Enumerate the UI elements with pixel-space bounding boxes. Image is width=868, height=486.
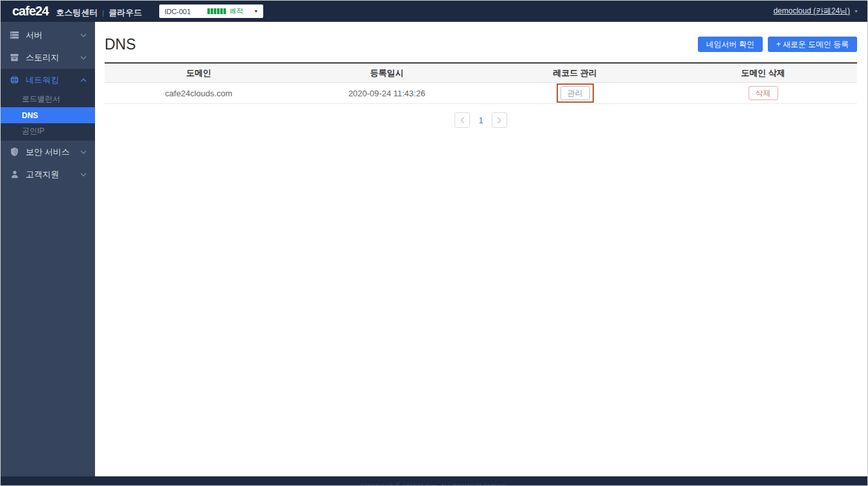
idc-selector[interactable]: IDC-001 쾌적 ▼ — [159, 4, 263, 18]
sidebar-item-label: 고객지원 — [26, 169, 80, 180]
chevron-left-icon — [460, 117, 465, 124]
cafe24-cloud-console: cafe24 호스팅센터 | 클라우드 IDC-001 쾌적 ▼ democlo… — [0, 0, 868, 486]
server-icon — [9, 30, 20, 40]
sidebar-item-loadbalancer[interactable]: 로드밸런서 — [1, 91, 95, 107]
main-content: DNS 네임서버 확인 + 새로운 도메인 등록 도메인 등록일시 레코드 관리… — [95, 22, 867, 476]
brand-separator: | — [102, 9, 104, 17]
registered-at-cell: 2020-09-24 11:43:26 — [293, 89, 481, 98]
chevron-down-icon — [80, 173, 87, 177]
service-label: 호스팅센터 — [56, 7, 98, 19]
sidebar-item-public-ip[interactable]: 공인IP — [1, 123, 95, 139]
person-icon — [9, 169, 20, 179]
sidebar-item-label: 보안 서비스 — [26, 146, 80, 158]
idc-value: IDC-001 — [164, 8, 191, 15]
status-label: 쾌적 — [229, 6, 243, 16]
chevron-down-icon — [80, 33, 87, 37]
topbar: cafe24 호스팅센터 | 클라우드 IDC-001 쾌적 ▼ democlo… — [1, 1, 867, 22]
chevron-right-icon — [497, 117, 501, 124]
delete-button[interactable]: 삭제 — [749, 86, 778, 100]
register-domain-button[interactable]: + 새로운 도메인 등록 — [768, 37, 857, 52]
sidebar-item-server[interactable]: 서버 — [1, 24, 95, 46]
column-header-registered: 등록일시 — [293, 67, 481, 79]
column-header-domain: 도메인 — [105, 67, 293, 79]
sidebar-item-support[interactable]: 고객지원 — [1, 163, 95, 186]
table-header-row: 도메인 등록일시 레코드 관리 도메인 삭제 — [105, 64, 857, 83]
product-label: 클라우드 — [108, 7, 142, 19]
table-row: cafe24clouds.com 2020-09-24 11:43:26 관리 … — [105, 83, 857, 104]
chevron-down-icon: ▼ — [854, 9, 858, 13]
domain-delete-cell: 삭제 — [669, 86, 857, 100]
cafe24-logo[interactable]: cafe24 — [12, 4, 48, 17]
domain-cell: cafe24clouds.com — [105, 89, 293, 98]
manage-button-highlight: 관리 — [557, 83, 594, 103]
chevron-down-icon — [80, 56, 87, 60]
prev-page-button[interactable] — [455, 112, 470, 128]
manage-button[interactable]: 관리 — [560, 86, 590, 100]
shield-icon — [9, 147, 20, 157]
nameserver-check-button[interactable]: 네임서버 확인 — [698, 37, 763, 52]
globe-icon — [9, 75, 20, 85]
sidebar-item-dns[interactable]: DNS — [1, 107, 95, 123]
chevron-down-icon — [80, 150, 87, 154]
sidebar-item-label: 네트워킹 — [26, 74, 80, 86]
next-page-button[interactable] — [492, 112, 507, 128]
current-page[interactable]: 1 — [476, 116, 485, 125]
sidebar: 서버 스토리지 네트워킹 로드밸런서 — [1, 22, 95, 476]
domain-table: 도메인 등록일시 레코드 관리 도메인 삭제 cafe24clouds.com … — [105, 62, 857, 104]
account-name: democloud (카페24님) — [774, 6, 850, 17]
record-manage-cell: 관리 — [481, 83, 669, 103]
chevron-up-icon — [80, 78, 87, 82]
sidebar-item-security[interactable]: 보안 서비스 — [1, 141, 95, 163]
column-header-record-manage: 레코드 관리 — [481, 67, 669, 79]
sidebar-item-label: 서버 — [26, 30, 80, 41]
pagination: 1 — [105, 112, 857, 128]
column-header-domain-delete: 도메인 삭제 — [669, 67, 857, 79]
copyright-text: COPYRIGHT ⓒ CAFE24 Corp. ALL RIGHTS RESE… — [360, 482, 508, 485]
account-menu[interactable]: democloud (카페24님) ▼ — [774, 6, 858, 17]
sidebar-item-networking[interactable]: 네트워킹 — [1, 69, 95, 91]
sidebar-item-storage[interactable]: 스토리지 — [1, 46, 95, 69]
chevron-down-icon: ▼ — [254, 9, 258, 13]
storage-icon — [9, 53, 20, 62]
page-title: DNS — [105, 36, 136, 53]
sidebar-group-networking: 네트워킹 로드밸런서 DNS 공인IP — [1, 69, 95, 141]
status-bars-icon — [207, 8, 226, 14]
sidebar-item-label: 스토리지 — [26, 52, 80, 64]
brand: cafe24 호스팅센터 | 클라우드 — [12, 4, 142, 19]
footer: COPYRIGHT ⓒ CAFE24 Corp. ALL RIGHTS RESE… — [1, 476, 867, 485]
